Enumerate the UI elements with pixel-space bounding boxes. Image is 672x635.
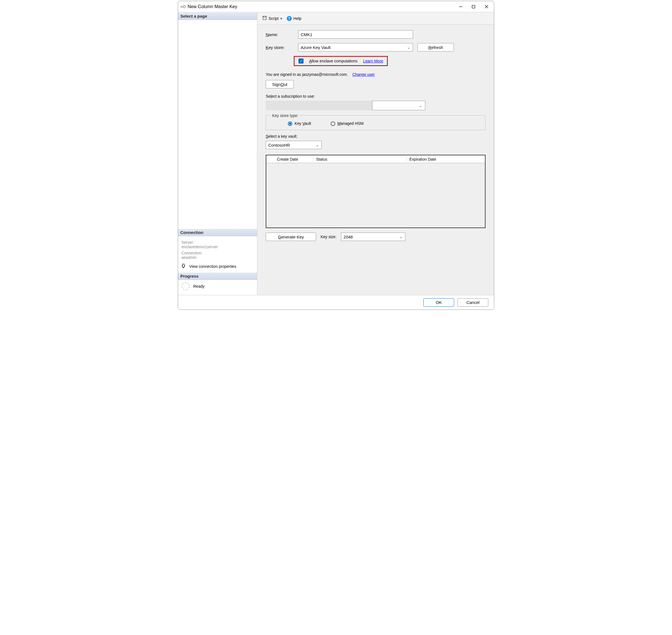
keys-table: Create Date Status Expiration Date bbox=[266, 155, 485, 228]
progress-state: Ready bbox=[193, 284, 204, 288]
chevron-down-icon: ⌄ bbox=[399, 234, 403, 239]
dialog-footer: OK Cancel bbox=[178, 295, 494, 309]
cancel-button[interactable]: Cancel bbox=[458, 298, 488, 307]
chevron-down-icon: ⌄ bbox=[316, 143, 319, 148]
keystore-select[interactable]: Azure Key Vault ⌄ bbox=[298, 43, 413, 51]
learn-more-link[interactable]: Learn More bbox=[363, 59, 383, 63]
connection-label: Connection: bbox=[182, 251, 254, 255]
key-vault-select[interactable]: ContosoHR ⌄ bbox=[266, 141, 322, 149]
help-label: Help bbox=[293, 16, 301, 21]
keystore-value: Azure Key Vault bbox=[301, 45, 330, 50]
radio-managed-hsm[interactable]: Managed HSM bbox=[331, 121, 363, 126]
script-label: Script bbox=[269, 16, 279, 21]
titlebar: New Column Master Key bbox=[178, 1, 494, 12]
enclave-highlight: ✓ Allow enclave computations Learn More bbox=[294, 56, 388, 66]
key-icon bbox=[180, 5, 186, 8]
sidebar: Select a page Connection Server: enclave… bbox=[178, 12, 257, 295]
col-expiration[interactable]: Expiration Date bbox=[406, 157, 485, 161]
subscription-select[interactable]: ⌄ bbox=[372, 101, 425, 110]
plug-icon bbox=[182, 264, 187, 269]
connection-value: aeadmin bbox=[182, 255, 254, 260]
change-user-link[interactable]: Change user bbox=[352, 72, 375, 77]
refresh-button[interactable]: Refresh bbox=[418, 43, 454, 51]
keystore-type-group: Key store type: Key Vault Managed HSM bbox=[266, 115, 485, 130]
col-create-date[interactable]: Create Date bbox=[274, 157, 313, 161]
ok-button[interactable]: OK bbox=[423, 298, 454, 307]
keystore-type-legend: Key store type: bbox=[271, 113, 299, 118]
progress-header: Progress bbox=[178, 272, 257, 280]
server-label: Server: bbox=[182, 240, 254, 245]
help-icon: ? bbox=[287, 16, 292, 21]
allow-enclave-label: Allow enclave computations bbox=[309, 59, 358, 63]
chevron-down-icon: ⌄ bbox=[419, 103, 422, 108]
allow-enclave-checkbox[interactable]: ✓ bbox=[298, 59, 303, 64]
window-title: New Column Master Key bbox=[186, 4, 454, 9]
server-value: enclavedemo1server bbox=[182, 245, 254, 249]
chevron-down-icon: ▾ bbox=[280, 16, 282, 21]
view-connection-properties-label: View connection properties bbox=[189, 264, 236, 269]
select-key-vault-label: Select a key vault: bbox=[266, 134, 485, 138]
name-label: Name: bbox=[266, 32, 294, 37]
sign-out-button[interactable]: Sign Out bbox=[266, 80, 294, 88]
script-icon bbox=[262, 16, 267, 21]
key-vault-value: ContosoHR bbox=[268, 143, 290, 148]
main-panel: Script ▾ ? Help Name: Key store: Azure K… bbox=[257, 12, 494, 295]
name-input[interactable] bbox=[298, 30, 413, 39]
script-button[interactable]: Script ▾ bbox=[261, 15, 284, 22]
svg-rect-4 bbox=[472, 5, 475, 8]
close-button[interactable] bbox=[480, 2, 493, 11]
toolbar: Script ▾ ? Help bbox=[257, 12, 494, 25]
connection-header: Connection bbox=[178, 228, 257, 236]
key-size-select[interactable]: 2048 ⌄ bbox=[341, 233, 405, 241]
subscription-row: ⌄ bbox=[266, 101, 425, 110]
dialog-window: New Column Master Key Select a page Conn… bbox=[178, 1, 494, 310]
generate-key-button[interactable]: Generate Key bbox=[266, 233, 316, 241]
svg-point-0 bbox=[183, 6, 185, 8]
chevron-down-icon: ⌄ bbox=[407, 45, 411, 50]
key-size-value: 2048 bbox=[343, 235, 353, 239]
minimize-button[interactable] bbox=[454, 2, 467, 11]
key-size-label: Key size: bbox=[321, 235, 337, 239]
keystore-label: Key store: bbox=[266, 45, 294, 50]
select-subscription-label: Select a subscription to use: bbox=[266, 94, 485, 98]
view-connection-properties[interactable]: View connection properties bbox=[182, 264, 254, 269]
select-page-header: Select a page bbox=[178, 12, 257, 20]
radio-key-vault[interactable]: Key Vault bbox=[288, 121, 311, 126]
maximize-button[interactable] bbox=[467, 2, 480, 11]
signed-in-text: You are signed in as jaszymas@microsoft.… bbox=[266, 72, 348, 77]
col-status[interactable]: Status bbox=[313, 157, 406, 161]
progress-spinner-icon bbox=[182, 282, 190, 290]
help-button[interactable]: ? Help bbox=[286, 15, 303, 22]
